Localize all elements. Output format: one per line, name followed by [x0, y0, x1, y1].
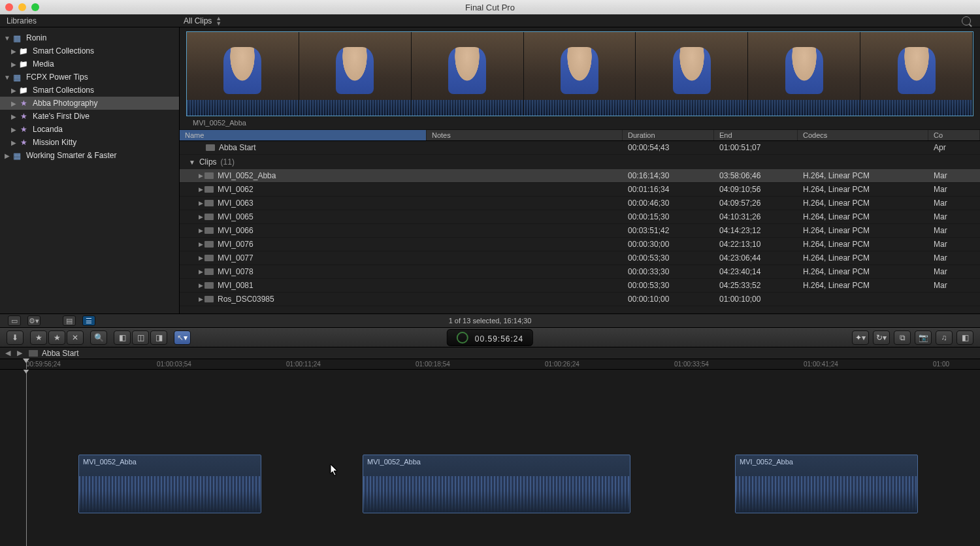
- reject-button[interactable]: ★: [48, 330, 65, 345]
- timeline-clip[interactable]: MVI_0052_Abba: [363, 455, 630, 513]
- retime-menu-button[interactable]: ↻▾: [873, 330, 890, 345]
- clip-duration: 00:00:53;30: [623, 253, 714, 263]
- filmstrip-thumb[interactable]: [860, 32, 973, 116]
- filmstrip-thumb[interactable]: [299, 32, 412, 116]
- import-button[interactable]: ⬇: [7, 330, 24, 345]
- disclosure-arrow-icon[interactable]: ▶: [9, 87, 18, 94]
- filmstrip-thumb[interactable]: [524, 32, 636, 116]
- enhance-menu-button[interactable]: ✦▾: [852, 330, 869, 345]
- sidebar-item-smart-collections[interactable]: ▶Smart Collections: [0, 44, 179, 57]
- timeline-project[interactable]: Abba Start: [29, 349, 79, 358]
- append-clip-button[interactable]: ◨: [150, 330, 167, 345]
- clip-row[interactable]: ▶MVI_006500:00:15;3004:10:31;26H.264, Li…: [180, 210, 980, 224]
- disclosure-triangle-icon[interactable]: ▶: [197, 241, 204, 248]
- clip-row[interactable]: ▶MVI_007700:00:53;3004:23:06;44H.264, Li…: [180, 251, 980, 265]
- minimize-icon[interactable]: [18, 3, 26, 11]
- settings-gear-button[interactable]: ⚙▾: [27, 315, 41, 326]
- clip-date: Mar: [928, 212, 980, 221]
- timeline-body[interactable]: MVI_0052_AbbaMVI_0052_AbbaMVI_0052_Abba: [0, 370, 980, 546]
- select-tool-button[interactable]: ↖ ▾: [174, 330, 191, 345]
- sidebar-item-fcpx-power-tips[interactable]: ▼FCPX Power Tips: [0, 71, 179, 84]
- clip-row[interactable]: ▶MVI_006200:01:16;3404:09:10;56H.264, Li…: [180, 183, 980, 197]
- filmstrip-view-button[interactable]: ▤: [63, 315, 76, 326]
- sidebar-item-abba-photography[interactable]: ▶Abba Photography: [0, 97, 179, 110]
- list-view-button[interactable]: ☰: [82, 315, 95, 326]
- clip-icon: [204, 200, 214, 206]
- filmstrip-thumb[interactable]: [636, 32, 748, 116]
- browser-footer-bar: ▭ ⚙▾ ▤ ☰ 1 of 13 selected, 16:14;30: [0, 313, 980, 328]
- insert-clip-button[interactable]: ◫: [132, 330, 149, 345]
- disclosure-triangle-icon[interactable]: ▶: [197, 186, 204, 193]
- disclosure-triangle-icon[interactable]: ▶: [197, 282, 204, 289]
- clip-row[interactable]: ▶MVI_006600:03:51;4204:14:23;12H.264, Li…: [180, 224, 980, 238]
- clip-end: 04:25:33;52: [714, 281, 798, 290]
- column-notes[interactable]: Notes: [427, 130, 623, 140]
- sidebar-item-smart-collections[interactable]: ▶Smart Collections: [0, 84, 179, 97]
- disclosure-arrow-icon[interactable]: ▼: [3, 35, 12, 42]
- project-row[interactable]: Abba Start 00:00:54;43 01:00:51;07 Apr: [180, 141, 980, 155]
- close-icon[interactable]: [5, 3, 13, 11]
- filmstrip-preview[interactable]: [186, 31, 973, 116]
- disclosure-triangle-icon[interactable]: ▶: [197, 227, 204, 234]
- disclosure-arrow-icon[interactable]: ▶: [9, 126, 18, 133]
- share-button-1[interactable]: ⧉: [894, 330, 911, 345]
- column-co[interactable]: Co: [928, 130, 980, 140]
- clear-button[interactable]: ✕: [67, 330, 84, 345]
- playhead-line[interactable]: [26, 370, 27, 546]
- disclosure-triangle-icon[interactable]: ▶: [197, 200, 204, 206]
- music-browser-button[interactable]: ♫: [936, 330, 953, 345]
- import-shelf-button[interactable]: ▭: [8, 315, 21, 326]
- sidebar-item-mission-kitty[interactable]: ▶Mission Kitty: [0, 136, 179, 149]
- filmstrip-thumb[interactable]: [412, 32, 524, 116]
- timeline-clip[interactable]: MVI_0052_Abba: [735, 455, 918, 513]
- history-back-button[interactable]: ◀: [5, 349, 10, 357]
- column-end[interactable]: End: [714, 130, 798, 140]
- disclosure-arrow-icon[interactable]: ▶: [9, 48, 18, 55]
- timeline-ruler[interactable]: 00:59:56;2401:00:03;5401:00:11;2401:00:1…: [0, 359, 980, 370]
- disclosure-triangle-icon[interactable]: ▼: [189, 159, 195, 166]
- search-tool-button[interactable]: 🔍: [90, 330, 107, 345]
- disclosure-arrow-icon[interactable]: ▶: [3, 152, 12, 159]
- column-duration[interactable]: Duration: [623, 130, 714, 140]
- filmstrip-thumb[interactable]: [187, 32, 299, 116]
- browser-list-header[interactable]: Name Notes Duration End Codecs Co: [180, 129, 980, 141]
- clips-group-header[interactable]: ▼ Clips (11): [180, 155, 980, 169]
- disclosure-triangle-icon[interactable]: ▶: [197, 255, 204, 261]
- timeline-clip[interactable]: MVI_0052_Abba: [78, 455, 261, 513]
- sidebar-item-working-smarter-faster[interactable]: ▶Working Smarter & Faster: [0, 149, 179, 162]
- history-fwd-button[interactable]: ▶: [17, 349, 22, 357]
- share-button-2[interactable]: 📷: [915, 330, 932, 345]
- disclosure-arrow-icon[interactable]: ▼: [3, 74, 12, 81]
- disclosure-arrow-icon[interactable]: ▶: [9, 100, 18, 107]
- disclosure-arrow-icon[interactable]: ▶: [9, 139, 18, 146]
- sidebar-item-label: Locanda: [33, 125, 63, 134]
- sidebar-item-locanda[interactable]: ▶Locanda: [0, 123, 179, 136]
- disclosure-triangle-icon[interactable]: ▶: [197, 214, 204, 220]
- inspector-toggle-button[interactable]: ◧: [956, 330, 973, 345]
- column-codecs[interactable]: Codecs: [798, 130, 928, 140]
- clip-duration: 00:00:10;00: [623, 295, 714, 304]
- project-end: 01:00:51;07: [714, 143, 798, 152]
- keyword-button[interactable]: ★: [30, 330, 47, 345]
- sidebar-item-media[interactable]: ▶Media: [0, 57, 179, 71]
- disclosure-triangle-icon[interactable]: ▶: [197, 296, 204, 302]
- disclosure-arrow-icon[interactable]: ▶: [9, 61, 18, 68]
- sidebar-item-kate-s-first-dive[interactable]: ▶Kate's First Dive: [0, 110, 179, 123]
- disclosure-arrow-icon[interactable]: ▶: [9, 113, 18, 120]
- clip-row[interactable]: ▶Ros_DSC0398500:00:10;0001:00:10;00: [180, 293, 980, 306]
- clip-row[interactable]: ▶MVI_006300:00:46;3004:09:57;26H.264, Li…: [180, 197, 980, 210]
- clip-row[interactable]: ▶MVI_007800:00:33;3004:23:40;14H.264, Li…: [180, 265, 980, 279]
- clip-row[interactable]: ▶MVI_007600:00:30;0004:22:13;10H.264, Li…: [180, 238, 980, 251]
- clip-row[interactable]: ▶MVI_008100:00:53;3004:25:33;52H.264, Li…: [180, 279, 980, 293]
- timecode-display[interactable]: 00.59:56:24: [447, 329, 533, 346]
- search-icon[interactable]: [962, 16, 971, 25]
- clip-filter-dropdown[interactable]: All Clips ▲▼: [180, 16, 221, 26]
- disclosure-triangle-icon[interactable]: ▶: [197, 268, 204, 275]
- maximize-icon[interactable]: [31, 3, 39, 11]
- clip-row[interactable]: ▶MVI_0052_Abba00:16:14;3003:58:06;46H.26…: [180, 169, 980, 183]
- sidebar-item-ronin[interactable]: ▼Ronin: [0, 31, 179, 44]
- disclosure-triangle-icon[interactable]: ▶: [197, 172, 204, 179]
- filmstrip-thumb[interactable]: [748, 32, 860, 116]
- column-name[interactable]: Name: [180, 130, 427, 140]
- connect-clip-button[interactable]: ◧: [114, 330, 131, 345]
